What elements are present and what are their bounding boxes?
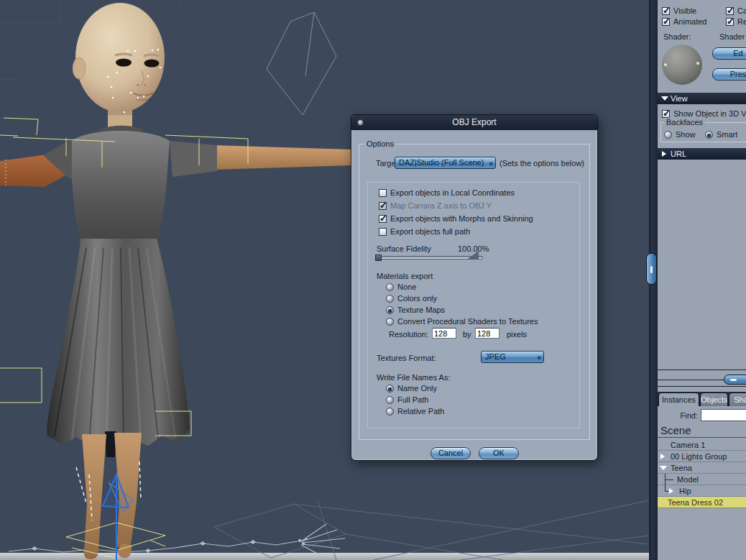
preset-button[interactable]: Pres bbox=[712, 68, 746, 81]
resolution-label: Resolution: bbox=[389, 330, 428, 339]
slider-left-cap bbox=[375, 254, 382, 261]
edit-button[interactable]: Ed bbox=[712, 47, 746, 60]
scene-header: Scene bbox=[660, 424, 691, 436]
full-path-checkbox[interactable] bbox=[379, 228, 387, 236]
options-group-label: Options bbox=[364, 139, 396, 148]
cb-map-z-axis-row[interactable]: Map Carrara Z axis to OBJ Y bbox=[379, 201, 492, 210]
animated-checkbox-row[interactable]: Animated bbox=[662, 17, 706, 26]
radio-none-row[interactable]: None bbox=[386, 283, 416, 291]
write-file-names-label: Write File Names As: bbox=[377, 373, 451, 382]
textures-format-dropdown[interactable]: JPEG » bbox=[481, 351, 544, 363]
scene-header-divider bbox=[658, 437, 746, 438]
backfaces-show-radio[interactable] bbox=[664, 131, 672, 139]
receives-checkbox-row[interactable]: Re bbox=[726, 17, 746, 26]
properties-sidebar: Visible Animated Ca Re Shader: Shader Ed… bbox=[658, 0, 746, 560]
radio-convert-shaders-row[interactable]: Convert Procedural Shaders to Textures bbox=[386, 317, 538, 326]
view-section-header[interactable]: View bbox=[658, 93, 746, 104]
close-icon[interactable] bbox=[357, 119, 364, 126]
tab-shaders[interactable]: Sha bbox=[729, 393, 746, 406]
resolution-width-input[interactable] bbox=[432, 328, 456, 339]
radio-texture-maps-row[interactable]: Texture Maps bbox=[386, 306, 445, 314]
backfaces-smart-radio-row[interactable]: Smart bbox=[705, 130, 737, 139]
slider-thumb[interactable] bbox=[468, 251, 479, 259]
show-object-row[interactable]: Show Object in 3D Vi bbox=[662, 109, 746, 118]
tree-row-teena-dress-selected[interactable]: Teena Dress 02 bbox=[658, 497, 746, 508]
find-label: Find: bbox=[658, 411, 698, 420]
materials-export-label: Materials export bbox=[377, 272, 433, 280]
casts-checkbox[interactable] bbox=[726, 7, 734, 15]
tab-objects[interactable]: Objects bbox=[700, 393, 728, 406]
backfaces-smart-radio[interactable] bbox=[705, 131, 713, 139]
tree-row-teena[interactable]: Teena bbox=[658, 462, 746, 474]
shader-preview-label: Shader: bbox=[663, 32, 691, 41]
full-path-radio[interactable] bbox=[386, 396, 394, 404]
tree-row-lights-group[interactable]: 00 Lights Group bbox=[658, 451, 746, 462]
receives-checkbox[interactable] bbox=[726, 18, 734, 26]
morphs-skinning-checkbox[interactable] bbox=[379, 215, 387, 223]
ok-button[interactable]: OK bbox=[479, 447, 519, 459]
materials-none-radio[interactable] bbox=[386, 283, 394, 291]
animated-label: Animated bbox=[673, 17, 706, 26]
backfaces-label: Backfaces bbox=[664, 118, 705, 127]
cb-local-coords-row[interactable]: Export objects in Local Coordinates bbox=[379, 188, 515, 197]
tree-row-hip[interactable]: Hip bbox=[658, 485, 746, 497]
dialog-title: OBJ Export bbox=[452, 117, 496, 127]
panel-divider[interactable] bbox=[649, 0, 658, 560]
surface-fidelity-label: Surface Fidelity bbox=[377, 244, 431, 253]
dialog-titlebar[interactable]: OBJ Export bbox=[351, 115, 597, 130]
shader-preview-sphere[interactable] bbox=[662, 45, 702, 85]
chevron-down-icon: » bbox=[487, 162, 497, 166]
tree-connector bbox=[665, 479, 673, 480]
radio-colors-only-row[interactable]: Colors only bbox=[386, 294, 437, 303]
materials-texture-maps-radio[interactable] bbox=[386, 306, 394, 314]
url-header-label: URL bbox=[671, 150, 686, 158]
triangle-right-icon[interactable] bbox=[660, 454, 665, 459]
local-coords-checkbox[interactable] bbox=[379, 189, 387, 197]
radio-name-only-row[interactable]: Name Only bbox=[386, 384, 437, 393]
splitter-grip[interactable] bbox=[724, 375, 746, 385]
cancel-button[interactable]: Cancel bbox=[430, 447, 471, 459]
target-value: DAZ|Studio (Full Scene) bbox=[399, 158, 484, 167]
animated-checkbox[interactable] bbox=[662, 18, 670, 26]
splitter-line-2 bbox=[658, 386, 746, 387]
url-section-header[interactable]: URL bbox=[658, 148, 746, 160]
tree-connector bbox=[665, 485, 666, 491]
show-object-label: Show Object in 3D Vi bbox=[673, 109, 746, 118]
textures-format-label: Textures Format: bbox=[377, 354, 436, 362]
cb-morphs-skinning-row[interactable]: Export objects with Morphs and Skinning bbox=[379, 214, 533, 223]
resolution-by-label: by bbox=[463, 330, 471, 339]
materials-convert-radio[interactable] bbox=[386, 318, 394, 326]
visible-checkbox-row[interactable]: Visible bbox=[662, 6, 696, 15]
panel-collapse-grip[interactable] bbox=[646, 253, 657, 285]
cb-full-path-row[interactable]: Export objects full path bbox=[379, 227, 470, 236]
target-dropdown[interactable]: DAZ|Studio (Full Scene) » bbox=[395, 157, 496, 169]
map-z-axis-checkbox[interactable] bbox=[379, 202, 387, 210]
backfaces-show-radio-row[interactable]: Show bbox=[664, 130, 696, 139]
name-only-radio[interactable] bbox=[386, 385, 394, 393]
chevron-down-icon: » bbox=[535, 356, 545, 360]
tree-connector bbox=[665, 491, 668, 492]
radio-full-path-row[interactable]: Full Path bbox=[386, 395, 428, 404]
relative-path-radio[interactable] bbox=[386, 408, 394, 416]
find-input[interactable] bbox=[701, 409, 746, 421]
resolution-height-input[interactable] bbox=[475, 328, 499, 339]
show-object-checkbox[interactable] bbox=[662, 110, 670, 118]
radio-relative-path-row[interactable]: Relative Path bbox=[386, 407, 444, 416]
casts-label: Ca bbox=[737, 6, 746, 15]
view-header-label: View bbox=[671, 94, 688, 103]
tree-row-model[interactable]: Model bbox=[658, 474, 746, 485]
panel-edge bbox=[658, 369, 746, 370]
visible-checkbox[interactable] bbox=[662, 7, 670, 15]
triangle-down-icon[interactable] bbox=[660, 466, 667, 470]
triangle-right-icon[interactable] bbox=[669, 488, 673, 494]
target-hint: (Sets the options below) bbox=[499, 159, 584, 167]
materials-colors-radio[interactable] bbox=[386, 295, 394, 303]
receives-label: Re bbox=[737, 17, 746, 26]
tab-instances[interactable]: Instances bbox=[658, 393, 699, 406]
casts-checkbox-row[interactable]: Ca bbox=[726, 6, 746, 15]
obj-export-dialog: OBJ Export Options Target DAZ|Studio (Fu… bbox=[351, 114, 598, 461]
surface-fidelity-slider[interactable] bbox=[377, 256, 483, 260]
shader-column-label: Shader bbox=[719, 32, 745, 41]
tree-row-camera1[interactable]: Camera 1 bbox=[658, 439, 746, 451]
triangle-down-icon bbox=[661, 96, 668, 101]
